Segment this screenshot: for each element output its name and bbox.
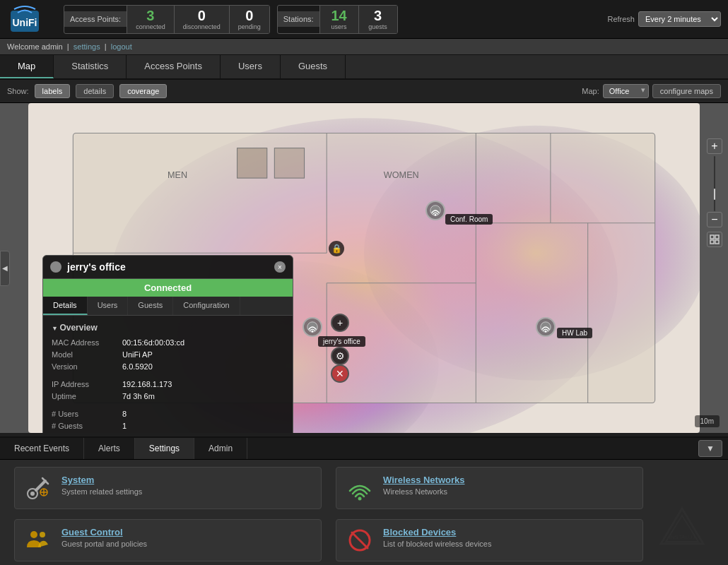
zoom-slider-thumb[interactable] [714,189,715,200]
guest-text: Guest Control Guest portal and policies [61,527,147,548]
tab-guests[interactable]: Guests [281,55,346,78]
stations-group: Stations: 14 users 3 guests [277,5,398,34]
label-jerrys: jerry's office [318,336,365,347]
ap-disconnected-number: 0 [198,8,206,23]
map-toolbar: Show: labels details coverage Map: Offic… [0,80,728,103]
users-row: # Users 8 [52,410,284,418]
ap-disconnected-label: disconnected [183,23,221,30]
welcome-text: Welcome admin [7,42,63,51]
settings-item-guest[interactable]: Guest Control Guest portal and policies [14,519,322,561]
tab-recent-events[interactable]: Recent Events [0,438,84,459]
uptime-key: Uptime [52,392,122,400]
stations-label: Stations: [278,11,319,27]
wireless-title[interactable]: Wireless Networks [383,475,465,485]
map-select[interactable]: Office Floor 2 [603,84,649,98]
settings-item-blocked[interactable]: Blocked Devices List of blocked wireless… [336,519,643,561]
sidebar-toggle-btn[interactable]: ◀ [0,251,10,286]
guest-icon [25,527,52,554]
show-details-btn[interactable]: details [76,84,114,98]
guest-desc: Guest portal and policies [61,540,147,548]
zoom-in-btn[interactable]: + [707,138,722,154]
ap-connected-label: connected [136,23,165,30]
refresh-select[interactable]: Every 2 minutes Every 5 minutes Every 10… [638,11,721,27]
wireless-desc: Wireless Networks [383,487,465,496]
guests-number: 3 [374,8,382,23]
ap-marker-conf[interactable] [425,201,445,220]
configure-maps-btn[interactable]: configure maps [652,84,721,98]
ap-popup: jerry's office × Connected Details Users… [42,255,293,433]
zoom-out-btn[interactable]: − [707,212,722,227]
wireless-text: Wireless Networks Wireless Networks [383,475,465,496]
ap-status-bar: Connected [43,279,293,297]
guests-row: # Guests 1 [52,422,284,430]
guest-title[interactable]: Guest Control [61,527,147,537]
zoom-controls: + − [707,138,722,247]
uptime-val: 7d 3h 6m [122,392,155,400]
mac-address-row: MAC Address 00:15:6d:00:03:cd [52,338,284,347]
ap-pending-label: pending [238,23,261,30]
settings-right-column: Wireless Networks Wireless Networks Bloc… [336,467,643,561]
header: UniFi Access Points: 3 connected 0 disco… [0,0,728,39]
ap-popup-header: jerry's office × [43,256,293,279]
guests-val: 1 [122,422,127,430]
tab-statistics[interactable]: Statistics [54,55,127,78]
unifi-logo-icon: UniFi [7,4,42,35]
map-section: Show: labels details coverage Map: Offic… [0,80,728,436]
users-val: 8 [122,410,127,418]
version-key: Version [52,362,122,371]
blocked-text: Blocked Devices List of blocked wireless… [383,527,491,548]
tab-admin[interactable]: Admin [194,438,247,459]
access-points-group: Access Points: 3 connected 0 disconnecte… [64,5,270,34]
blocked-title[interactable]: Blocked Devices [383,527,491,537]
bottom-panel: Recent Events Alerts Settings Admin ▼ [0,436,728,565]
svg-line-39 [352,533,368,548]
map-fit-btn[interactable] [707,232,722,247]
watermark-area: INSTALUJ [657,467,714,561]
uptime-row: Uptime 7d 3h 6m [52,392,284,400]
ap-tab-configuration[interactable]: Configuration [173,297,240,315]
ap-disconnected-stat: 0 disconnected [174,6,229,33]
ap-popup-close-btn[interactable]: × [274,261,286,273]
tab-users[interactable]: Users [221,55,281,78]
ap-label: Access Points: [64,11,127,27]
logout-link[interactable]: logout [111,42,132,51]
system-title[interactable]: System [61,475,142,485]
show-labels-btn[interactable]: labels [35,84,71,98]
scale-bar: 10m [695,415,720,427]
system-icon [25,475,52,501]
model-row: Model UniFi AP [52,350,284,359]
tab-map[interactable]: Map [0,55,54,78]
overview-section-header[interactable]: Overview [52,323,284,333]
settings-link[interactable]: settings [74,42,100,51]
show-coverage-btn[interactable]: coverage [119,84,167,98]
ap-marker-hwlab[interactable] [536,317,556,337]
ap-tab-details[interactable]: Details [43,297,88,315]
svg-point-35 [30,531,37,538]
zoom-slider-track [713,155,716,212]
map-close-btn[interactable]: ✕ [331,364,349,383]
svg-point-37 [358,497,362,501]
refresh-area: Refresh Every 2 minutes Every 5 minutes … [607,11,721,27]
version-val: 6.0.5920 [122,362,153,371]
tab-alerts[interactable]: Alerts [84,438,135,459]
show-label: Show: [7,87,29,95]
ap-connected-stat: 3 connected [127,6,174,33]
mac-key: MAC Address [52,338,122,347]
ip-row: IP Address 192.168.1.173 [52,380,284,388]
ap-tab-users[interactable]: Users [88,297,129,315]
settings-item-system[interactable]: System System related settings [14,467,322,509]
settings-item-wireless[interactable]: Wireless Networks Wireless Networks [336,467,643,509]
svg-rect-25 [715,235,719,239]
bottom-tab-bar: Recent Events Alerts Settings Admin ▼ [0,438,728,460]
ap-marker-jerrys[interactable] [303,317,322,337]
tab-settings[interactable]: Settings [135,438,194,459]
wireless-icon [346,475,373,501]
bottom-collapse-btn[interactable]: ▼ [698,440,722,457]
model-key: Model [52,350,122,359]
guests-key: # Guests [52,422,122,430]
tab-access-points[interactable]: Access Points [127,55,221,78]
label-conf-room: Conf. Room [445,214,493,225]
map-move-btn[interactable]: + [331,314,349,332]
map-gear-btn[interactable]: ⚙ [331,347,349,365]
ap-tab-guests[interactable]: Guests [128,297,173,315]
